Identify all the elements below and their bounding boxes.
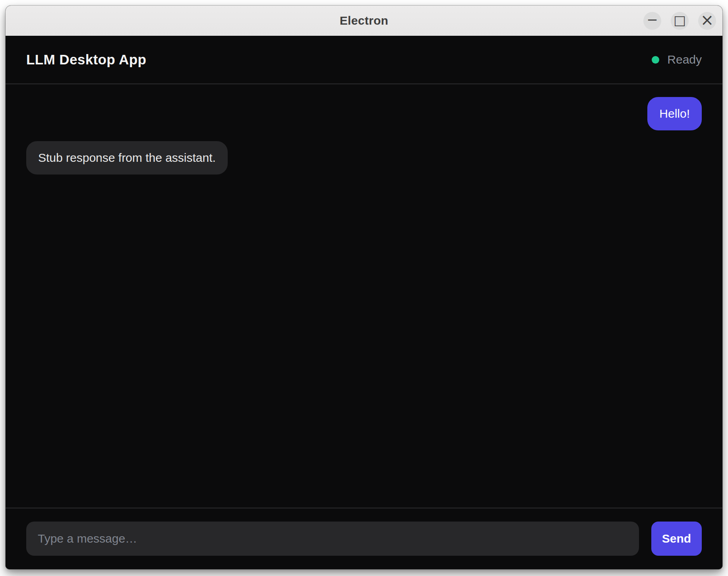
app-window: Electron − □ × LLM Desktop App Ready Hel…	[6, 6, 722, 569]
status-label: Ready	[667, 53, 702, 66]
user-message-bubble: Hello!	[647, 97, 702, 130]
app-header: LLM Desktop App Ready	[6, 36, 722, 84]
window-controls: − □ ×	[643, 6, 716, 36]
message-row-assistant: Stub response from the assistant.	[26, 141, 702, 175]
minimize-icon: −	[647, 13, 658, 26]
minimize-button[interactable]: −	[643, 12, 661, 30]
message-row-user: Hello!	[26, 97, 702, 130]
close-icon: ×	[701, 12, 714, 28]
app-content: LLM Desktop App Ready Hello! Stub respon…	[6, 36, 722, 569]
window-title: Electron	[340, 14, 388, 27]
composer-bar: Send	[6, 508, 722, 569]
app-title: LLM Desktop App	[26, 52, 146, 68]
assistant-message-bubble: Stub response from the assistant.	[26, 141, 228, 175]
status-dot-icon	[652, 56, 659, 64]
chat-area[interactable]: Hello! Stub response from the assistant.	[6, 84, 722, 508]
maximize-button[interactable]: □	[671, 12, 689, 30]
close-button[interactable]: ×	[698, 12, 716, 30]
send-button[interactable]: Send	[651, 522, 702, 556]
status-indicator: Ready	[652, 53, 702, 66]
titlebar[interactable]: Electron − □ ×	[6, 6, 722, 36]
maximize-icon: □	[674, 14, 686, 27]
message-input[interactable]	[26, 522, 639, 556]
